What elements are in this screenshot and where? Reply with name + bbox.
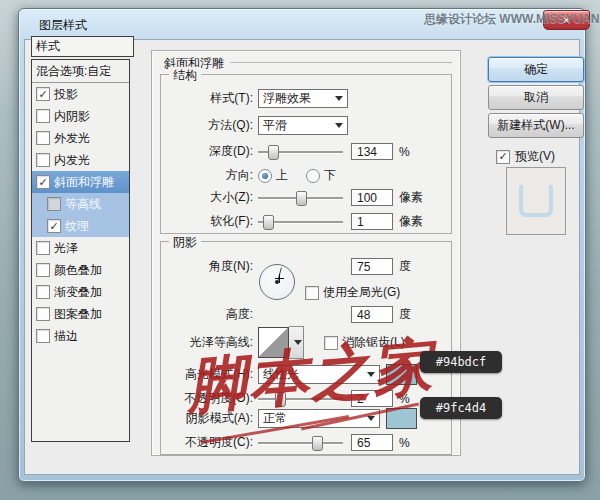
styles-list: 混合选项:自定 投影 内阴影 外发光 内发光 斜面和浮雕 等高线 纹理	[31, 59, 130, 442]
depth-unit: %	[399, 145, 410, 159]
gloss-contour-thumbnail[interactable]	[258, 327, 289, 358]
highlight-opacity-slider[interactable]	[258, 391, 343, 406]
sidebar-item-inner-shadow[interactable]: 内阴影	[32, 105, 129, 127]
style-dropdown[interactable]: 浮雕效果	[258, 89, 348, 108]
sidebar-item-drop-shadow[interactable]: 投影	[32, 83, 129, 105]
sidebar-item-label: 描边	[54, 328, 78, 345]
sidebar-item-color-overlay[interactable]: 颜色叠加	[32, 259, 129, 281]
bevel-emboss-panel: 斜面和浮雕 结构 样式(T): 浮雕效果 方法(Q): 平滑 深度(D):	[151, 50, 461, 456]
angle-dial[interactable]	[259, 264, 295, 300]
texture-checkbox[interactable]	[47, 219, 61, 233]
chevron-down-icon	[294, 340, 302, 345]
sidebar-item-label: 混合选项:自定	[36, 63, 111, 80]
highlight-opacity-input[interactable]: 2	[351, 390, 393, 407]
pattern-overlay-checkbox[interactable]	[36, 307, 50, 321]
angle-input[interactable]: 75	[351, 258, 393, 275]
ok-button[interactable]: 确定	[488, 57, 584, 82]
sidebar-item-gradient-overlay[interactable]: 渐变叠加	[32, 281, 129, 303]
sidebar-item-contour[interactable]: 等高线	[32, 193, 129, 215]
highlight-opacity-thumb[interactable]	[275, 392, 286, 407]
shading-legend: 阴影	[169, 234, 201, 251]
shadow-opacity-input[interactable]: 65	[351, 434, 393, 451]
direction-up-radio[interactable]	[258, 169, 272, 183]
shadow-mode-row: 阴影模式(A): 正常	[161, 408, 417, 429]
styles-header-label: 样式	[36, 38, 60, 55]
stroke-checkbox[interactable]	[36, 329, 50, 343]
technique-value: 平滑	[263, 117, 287, 134]
altitude-unit: 度	[399, 306, 411, 323]
sidebar-item-inner-glow[interactable]: 内发光	[32, 149, 129, 171]
sidebar-item-outer-glow[interactable]: 外发光	[32, 127, 129, 149]
direction-down-radio[interactable]	[306, 169, 320, 183]
shadow-opacity-thumb[interactable]	[312, 436, 323, 451]
preview-checkbox[interactable]	[496, 150, 510, 164]
direction-row: 方向: 上 下	[161, 165, 340, 186]
antialias-label: 消除锯齿(L)	[342, 334, 405, 351]
depth-input[interactable]: 134	[351, 143, 393, 160]
contour-checkbox[interactable]	[47, 197, 61, 211]
shadow-opacity-slider[interactable]	[258, 435, 343, 450]
gloss-contour-row: 光泽等高线: 消除锯齿(L)	[161, 326, 405, 359]
soften-slider[interactable]	[258, 214, 343, 229]
cursor-crosshair	[275, 278, 284, 279]
highlight-mode-dropdown[interactable]: 线性光	[258, 365, 380, 384]
depth-label: 深度(D):	[161, 143, 253, 160]
sidebar-item-stroke[interactable]: 描边	[32, 325, 129, 347]
highlight-color-swatch[interactable]	[386, 364, 417, 385]
gloss-contour-dropdown[interactable]	[289, 326, 304, 359]
global-light-checkbox[interactable]	[305, 286, 319, 300]
preview-label: 预览(V)	[515, 148, 555, 165]
antialias-checkbox[interactable]	[324, 336, 338, 350]
sidebar-item-blending-options[interactable]: 混合选项:自定	[32, 60, 129, 83]
depth-row: 深度(D): 134 %	[161, 141, 410, 162]
technique-dropdown[interactable]: 平滑	[258, 116, 348, 135]
depth-slider-thumb[interactable]	[268, 145, 279, 160]
new-style-button[interactable]: 新建样式(W)...	[488, 113, 584, 138]
shadow-opacity-unit: %	[399, 436, 410, 450]
altitude-input[interactable]: 48	[351, 306, 393, 323]
size-input[interactable]: 100	[351, 189, 393, 206]
highlight-hex-annotation: #94bdcf	[420, 351, 502, 373]
soften-input[interactable]: 1	[351, 213, 393, 230]
sidebar-item-satin[interactable]: 光泽	[32, 237, 129, 259]
chevron-down-icon	[367, 416, 375, 421]
outer-glow-checkbox[interactable]	[36, 131, 50, 145]
sidebar-item-pattern-overlay[interactable]: 图案叠加	[32, 303, 129, 325]
sidebar-item-texture[interactable]: 纹理	[32, 215, 129, 237]
direction-label: 方向:	[161, 167, 253, 184]
bevel-emboss-checkbox[interactable]	[36, 175, 50, 189]
inner-shadow-checkbox[interactable]	[36, 109, 50, 123]
size-slider-thumb[interactable]	[296, 191, 307, 206]
cancel-button[interactable]: 取消	[488, 85, 584, 110]
depth-slider[interactable]	[258, 144, 343, 159]
direction-down-label: 下	[324, 167, 336, 184]
chevron-down-icon	[335, 96, 343, 101]
satin-checkbox[interactable]	[36, 241, 50, 255]
direction-up-label: 上	[276, 167, 288, 184]
sidebar-item-bevel-emboss[interactable]: 斜面和浮雕	[32, 171, 129, 193]
sidebar-item-label: 斜面和浮雕	[54, 174, 114, 191]
gradient-overlay-checkbox[interactable]	[36, 285, 50, 299]
shadow-mode-label: 阴影模式(A):	[161, 410, 253, 427]
size-slider[interactable]	[258, 190, 343, 205]
shadow-mode-dropdown[interactable]: 正常	[258, 409, 380, 428]
sidebar-item-label: 纹理	[65, 218, 89, 235]
soften-unit: 像素	[399, 213, 423, 230]
technique-label: 方法(Q):	[161, 117, 253, 134]
sidebar-item-label: 投影	[54, 86, 78, 103]
highlight-opacity-label: 不透明度(O):	[161, 390, 253, 407]
color-overlay-checkbox[interactable]	[36, 263, 50, 277]
shadow-opacity-label: 不透明度(C):	[161, 434, 253, 451]
inner-glow-checkbox[interactable]	[36, 153, 50, 167]
sidebar-item-label: 内阴影	[54, 108, 90, 125]
altitude-row: 高度: 48 度	[161, 304, 411, 325]
dialog-title: 图层样式	[39, 17, 87, 34]
chevron-down-icon	[367, 372, 375, 377]
drop-shadow-checkbox[interactable]	[36, 87, 50, 101]
shadow-opacity-row: 不透明度(C): 65 %	[161, 432, 410, 453]
shadow-color-swatch[interactable]	[386, 408, 417, 429]
style-value: 浮雕效果	[263, 90, 311, 107]
highlight-mode-row: 高光模式(H): 线性光	[161, 364, 417, 385]
soften-slider-thumb[interactable]	[263, 215, 274, 230]
style-row: 样式(T): 浮雕效果	[161, 88, 348, 109]
